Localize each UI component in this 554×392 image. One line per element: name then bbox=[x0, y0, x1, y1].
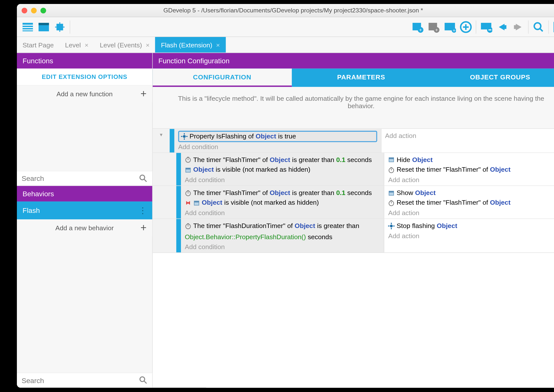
close-window-button[interactable] bbox=[22, 7, 27, 13]
search-input[interactable] bbox=[22, 376, 139, 384]
conditions-column[interactable]: The timer "FlashTimer" of Object is grea… bbox=[181, 186, 384, 218]
tab-level-events-[interactable]: Level (Events)× bbox=[94, 37, 155, 53]
action-line[interactable]: Stop flashing Object bbox=[388, 221, 554, 231]
add-action-button[interactable]: Add action bbox=[388, 231, 554, 239]
actions-column[interactable]: Stop flashing ObjectAdd action bbox=[384, 219, 554, 252]
svg-point-63 bbox=[390, 225, 393, 227]
layer-icon bbox=[185, 166, 191, 173]
event-row[interactable]: The timer "FlashTimer" of Object is grea… bbox=[153, 153, 554, 186]
behavior-item-flash[interactable]: Flash ⋮ bbox=[17, 201, 152, 219]
add-condition-button[interactable]: Add condition bbox=[185, 242, 380, 251]
preferences-button[interactable] bbox=[551, 19, 554, 35]
add-function-button[interactable]: Add a new function + bbox=[17, 86, 152, 102]
add-condition-button[interactable]: Add condition bbox=[185, 208, 380, 217]
conditions-column[interactable]: The timer "FlashDurationTimer" of Object… bbox=[181, 219, 384, 252]
condition-line[interactable]: Property IsFlashing of Object is true bbox=[178, 131, 377, 142]
tab-level[interactable]: Level× bbox=[59, 37, 94, 53]
actions-column[interactable]: Hide ObjectReset the timer "FlashTimer" … bbox=[384, 153, 554, 185]
event-gutter[interactable]: ▾ bbox=[153, 129, 170, 152]
window-title: GDevelop 5 - /Users/florian/Documents/GD… bbox=[17, 7, 554, 14]
toolbar: + + + bbox=[17, 17, 554, 37]
layer-icon bbox=[193, 200, 200, 206]
event-row[interactable]: ▾Property IsFlashing of Object is trueAd… bbox=[153, 129, 554, 153]
action-line[interactable]: Hide Object bbox=[388, 155, 554, 165]
svg-line-29 bbox=[540, 28, 543, 31]
main-panel: Function Configuration CONFIGURATION PAR… bbox=[153, 53, 554, 388]
add-action-button[interactable]: Add action bbox=[388, 208, 554, 217]
event-row[interactable]: The timer "FlashDurationTimer" of Object… bbox=[153, 219, 554, 253]
svg-rect-6 bbox=[57, 24, 63, 30]
event-stripe bbox=[176, 219, 181, 252]
gear-icon bbox=[181, 133, 188, 140]
tab-configuration[interactable]: CONFIGURATION bbox=[153, 68, 292, 87]
undo-button[interactable] bbox=[494, 19, 510, 35]
event-gutter[interactable] bbox=[153, 153, 176, 185]
conditions-column[interactable]: The timer "FlashTimer" of Object is grea… bbox=[181, 153, 384, 185]
conditions-column[interactable]: Property IsFlashing of Object is trueAdd… bbox=[174, 129, 381, 152]
svg-rect-5 bbox=[38, 23, 49, 25]
action-line[interactable]: Reset the timer "FlashTimer" of Object bbox=[388, 165, 554, 175]
minimize-window-button[interactable] bbox=[31, 7, 37, 13]
function-config-header: Function Configuration bbox=[153, 53, 554, 69]
condition-line[interactable]: The timer "FlashTimer" of Object is grea… bbox=[185, 155, 380, 165]
delete-button[interactable] bbox=[478, 19, 494, 35]
add-comment-button[interactable]: + bbox=[442, 19, 458, 35]
debugger-button[interactable] bbox=[52, 19, 68, 35]
svg-text:+: + bbox=[452, 27, 455, 33]
action-line[interactable]: Reset the timer "FlashTimer" of Object bbox=[388, 198, 554, 208]
event-gutter[interactable] bbox=[153, 186, 176, 218]
tab-object-groups[interactable]: OBJECT GROUPS bbox=[431, 68, 554, 87]
add-other-button[interactable] bbox=[458, 19, 474, 35]
lifecycle-description: This is a "lifecycle method". It will be… bbox=[153, 87, 554, 129]
more-icon[interactable]: ⋮ bbox=[138, 205, 146, 216]
close-icon[interactable]: × bbox=[85, 41, 89, 48]
condition-line[interactable]: The timer "FlashDurationTimer" of Object… bbox=[185, 221, 380, 242]
actions-column[interactable]: Show ObjectReset the timer "FlashTimer" … bbox=[384, 186, 554, 218]
condition-line[interactable]: Object is visible (not marked as hidden) bbox=[185, 165, 380, 175]
condition-line[interactable]: The timer "FlashTimer" of Object is grea… bbox=[185, 188, 380, 198]
event-stripe bbox=[176, 186, 181, 218]
gear-icon bbox=[388, 223, 395, 229]
event-row[interactable]: The timer "FlashTimer" of Object is grea… bbox=[153, 186, 554, 219]
svg-point-28 bbox=[534, 23, 541, 29]
svg-rect-26 bbox=[504, 25, 507, 29]
window-controls bbox=[17, 7, 46, 13]
svg-text:+: + bbox=[419, 27, 422, 33]
layer-icon bbox=[388, 156, 395, 163]
tab-parameters[interactable]: PARAMETERS bbox=[292, 68, 431, 87]
actions-column[interactable]: Add action bbox=[381, 129, 554, 152]
add-subevent-button[interactable]: + bbox=[426, 19, 442, 35]
action-line[interactable]: Show Object bbox=[388, 188, 554, 198]
toolbar-separator bbox=[528, 20, 529, 33]
event-gutter[interactable] bbox=[153, 219, 176, 252]
add-behavior-button[interactable]: Add a new behavior + bbox=[17, 219, 152, 236]
app-window: GDevelop 5 - /Users/florian/Documents/GD… bbox=[17, 4, 554, 388]
add-condition-button[interactable]: Add condition bbox=[178, 142, 377, 150]
svg-rect-56 bbox=[389, 191, 394, 192]
add-action-button[interactable]: Add action bbox=[385, 131, 554, 139]
timer-icon bbox=[185, 223, 191, 229]
add-action-button[interactable]: Add action bbox=[388, 175, 554, 183]
project-manager-button[interactable] bbox=[20, 19, 36, 35]
tab-flash-extension-[interactable]: Flash (Extension)× bbox=[155, 37, 226, 53]
export-button[interactable] bbox=[36, 19, 52, 35]
edit-extension-options-button[interactable]: EDIT EXTENSION OPTIONS bbox=[17, 68, 152, 85]
svg-rect-44 bbox=[186, 168, 190, 169]
redo-button[interactable] bbox=[510, 19, 526, 35]
close-icon[interactable]: × bbox=[216, 41, 220, 48]
zoom-window-button[interactable] bbox=[40, 7, 46, 13]
tab-start-page[interactable]: Start Page bbox=[17, 37, 59, 53]
search-input[interactable] bbox=[22, 174, 139, 182]
svg-rect-46 bbox=[389, 158, 394, 159]
timer-icon bbox=[388, 166, 395, 173]
close-icon[interactable]: × bbox=[146, 41, 150, 48]
add-event-button[interactable]: + bbox=[410, 19, 426, 35]
functions-search[interactable] bbox=[17, 171, 152, 186]
add-condition-button[interactable]: Add condition bbox=[185, 175, 380, 183]
condition-line[interactable]: Object is visible (not marked as hidden) bbox=[185, 198, 380, 208]
search-events-button[interactable] bbox=[530, 19, 547, 35]
svg-point-33 bbox=[140, 377, 145, 382]
behaviors-search[interactable] bbox=[17, 373, 152, 388]
toolbar-separator bbox=[548, 20, 549, 33]
event-stripe bbox=[170, 129, 174, 152]
